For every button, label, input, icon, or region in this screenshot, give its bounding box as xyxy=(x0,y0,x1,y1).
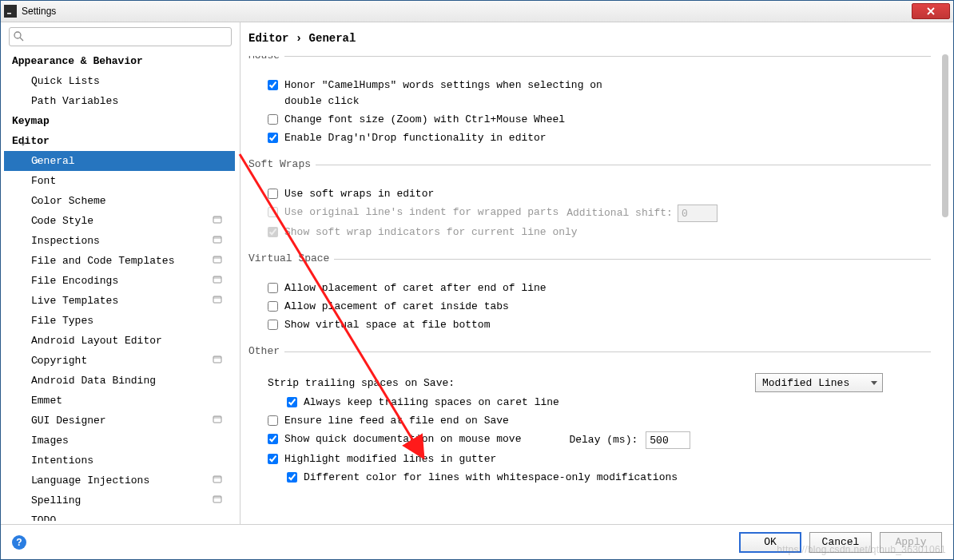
delay-input[interactable] xyxy=(646,431,690,449)
tree-item-spelling[interactable]: Spelling xyxy=(4,490,235,510)
help-icon[interactable]: ? xyxy=(12,535,26,550)
tree-item-emmet[interactable]: Emmet xyxy=(4,391,235,411)
tree-item-file-types[interactable]: File Types xyxy=(4,311,235,331)
opt-camelhumps[interactable]: Honor "CamelHumps" words settings when s… xyxy=(268,77,931,109)
tree-item-file-and-code-templates[interactable]: File and Code Templates xyxy=(4,251,235,271)
opt-keep-trailing[interactable]: Always keep trailing spaces on caret lin… xyxy=(287,395,931,411)
main-panel: Editor › General Mouse Honor "CamelHumps… xyxy=(240,22,953,524)
checkbox-caret-tabs[interactable] xyxy=(268,301,278,312)
tree-item-label: Spelling xyxy=(31,494,81,506)
project-scope-icon xyxy=(213,494,222,507)
checkbox-keep-trailing[interactable] xyxy=(287,397,297,407)
main-scrollbar[interactable] xyxy=(942,54,948,519)
search-input[interactable] xyxy=(9,27,232,46)
tree-item-copyright[interactable]: ›Copyright xyxy=(4,351,235,371)
tree-item-quick-lists[interactable]: Quick Lists xyxy=(4,71,235,91)
svg-rect-5 xyxy=(213,216,221,219)
tree-item-images[interactable]: Images xyxy=(4,431,235,451)
svg-rect-7 xyxy=(213,236,221,239)
scrollbar-thumb[interactable] xyxy=(942,54,948,217)
tree-item-intentions[interactable]: Intentions xyxy=(4,451,235,471)
svg-rect-1 xyxy=(7,13,11,14)
close-button[interactable] xyxy=(912,3,950,19)
tree-item-label: Color Scheme xyxy=(31,195,106,207)
additional-shift-input xyxy=(678,205,717,222)
group-title-virtual: Virtual Space xyxy=(248,252,334,264)
project-scope-icon xyxy=(213,355,222,367)
opt-line-feed[interactable]: Ensure line feed at file end on Save xyxy=(268,413,931,429)
button-bar: ? OK Cancel Apply xyxy=(1,524,953,559)
checkbox-wrap-indicators xyxy=(268,227,278,237)
tree-item-font[interactable]: Font xyxy=(4,171,235,191)
tree-item-language-injections[interactable]: ›Language Injections xyxy=(4,471,235,490)
group-other: Other Strip trailing spaces on Save: Mod… xyxy=(248,351,931,499)
tree-item-code-style[interactable]: ›Code Style xyxy=(4,211,235,231)
opt-zoom[interactable]: Change font size (Zoom) with Ctrl+Mouse … xyxy=(268,112,931,128)
tree-item-keymap[interactable]: Keymap xyxy=(4,111,235,131)
project-scope-icon xyxy=(213,215,222,228)
opt-strip-trailing: Strip trailing spaces on Save: Modified … xyxy=(268,373,883,392)
tree-item-label: TODO xyxy=(31,514,56,521)
tree-item-label: File Encodings xyxy=(31,275,118,287)
tree-item-gui-designer[interactable]: GUI Designer xyxy=(4,411,235,431)
svg-point-2 xyxy=(14,32,21,38)
settings-tree[interactable]: Appearance & BehaviorQuick ListsPath Var… xyxy=(4,51,237,521)
checkbox-virtual-bottom[interactable] xyxy=(268,320,278,330)
project-scope-icon xyxy=(213,275,222,288)
tree-item-appearance-behavior[interactable]: Appearance & Behavior xyxy=(4,51,235,71)
opt-highlight-gutter[interactable]: Highlight modified lines in gutter xyxy=(268,451,931,467)
search-icon xyxy=(13,30,24,45)
group-title-other: Other xyxy=(248,345,284,357)
checkbox-line-feed[interactable] xyxy=(268,415,278,426)
expand-arrow-icon: › xyxy=(33,155,42,167)
checkbox-quickdoc[interactable] xyxy=(268,434,278,444)
expand-arrow-icon: ⌄ xyxy=(18,135,28,148)
ok-button[interactable]: OK xyxy=(739,532,801,553)
svg-rect-19 xyxy=(213,476,221,479)
checkbox-highlight-gutter[interactable] xyxy=(268,454,278,464)
group-mouse: Mouse Honor "CamelHumps" words settings … xyxy=(248,56,931,160)
checkbox-camelhumps[interactable] xyxy=(268,80,278,90)
opt-caret-eol[interactable]: Allow placement of caret after end of li… xyxy=(268,280,931,296)
tree-item-label: Inspections xyxy=(31,235,100,247)
opt-caret-tabs[interactable]: Allow placement of caret inside tabs xyxy=(268,299,931,315)
tree-item-label: Font xyxy=(31,175,56,187)
opt-virtual-bottom[interactable]: Show virtual space at file bottom xyxy=(268,317,931,333)
opt-quickdoc[interactable]: Show quick documentation on mouse move D… xyxy=(268,431,931,449)
checkbox-softwrap[interactable] xyxy=(268,189,278,199)
tree-item-label: File Types xyxy=(31,315,93,327)
expand-arrow-icon: › xyxy=(33,195,42,207)
tree-item-live-templates[interactable]: Live Templates xyxy=(4,291,235,311)
tree-item-color-scheme[interactable]: ›Color Scheme xyxy=(4,191,235,211)
tree-item-label: Android Data Binding xyxy=(31,375,156,387)
tree-item-inspections[interactable]: Inspections xyxy=(4,231,235,251)
app-icon xyxy=(4,5,17,18)
project-scope-icon xyxy=(213,255,222,268)
tree-item-label: Live Templates xyxy=(31,295,118,307)
tree-item-label: Android Layout Editor xyxy=(31,335,162,347)
tree-item-android-data-binding[interactable]: Android Data Binding xyxy=(4,371,235,391)
tree-item-todo[interactable]: TODO xyxy=(4,510,235,521)
checkbox-zoom[interactable] xyxy=(268,114,278,125)
project-scope-icon xyxy=(213,295,222,308)
tree-item-file-encodings[interactable]: File Encodings xyxy=(4,271,235,291)
strip-trailing-select[interactable]: Modified Lines xyxy=(755,373,883,392)
checkbox-dragdrop[interactable] xyxy=(268,133,278,143)
tree-item-general[interactable]: ›General xyxy=(4,151,235,171)
checkbox-caret-eol[interactable] xyxy=(268,283,278,293)
expand-arrow-icon: › xyxy=(33,215,42,227)
svg-rect-17 xyxy=(213,416,221,419)
opt-softwrap[interactable]: Use soft wraps in editor xyxy=(268,186,931,202)
cancel-button[interactable]: Cancel xyxy=(809,532,872,553)
tree-item-editor[interactable]: ⌄Editor xyxy=(4,131,235,151)
checkbox-whitespace-color[interactable] xyxy=(287,472,297,483)
tree-item-android-layout-editor[interactable]: Android Layout Editor xyxy=(4,331,235,351)
project-scope-icon xyxy=(213,235,222,248)
opt-whitespace-color[interactable]: Different color for lines with whitespac… xyxy=(287,470,931,486)
tree-item-path-variables[interactable]: Path Variables xyxy=(4,91,235,111)
project-scope-icon xyxy=(213,415,222,427)
sidebar: Appearance & BehaviorQuick ListsPath Var… xyxy=(1,22,240,524)
tree-item-label: File and Code Templates xyxy=(31,255,174,267)
opt-indent-wrapped: Use original line's indent for wrapped p… xyxy=(268,205,931,222)
opt-dragdrop[interactable]: Enable Drag'n'Drop functionality in edit… xyxy=(268,130,931,146)
